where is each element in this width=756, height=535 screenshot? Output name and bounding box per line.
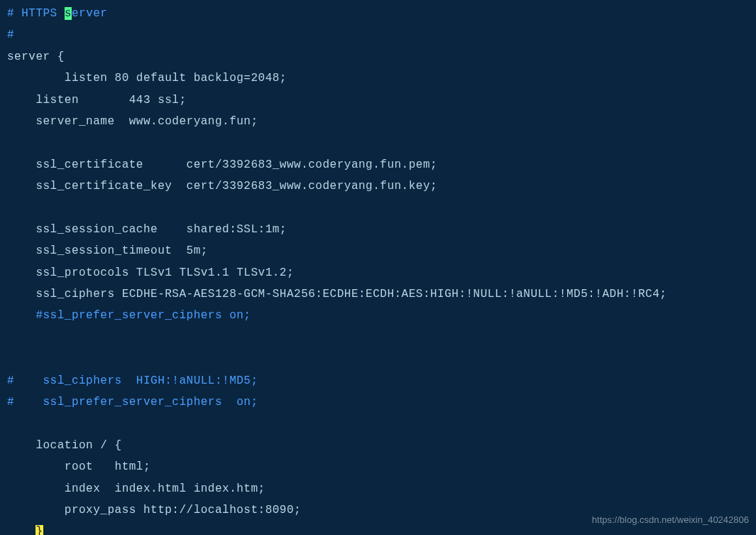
comment-line: # ssl_prefer_server_ciphers on; <box>7 396 258 409</box>
code-line: ssl_certificate_key cert/3392683_www.cod… <box>7 180 437 193</box>
code-line <box>7 525 35 535</box>
code-line <box>7 309 35 322</box>
code-line: proxy_pass http://localhost:8090; <box>7 504 301 517</box>
cursor-position: s <box>65 7 72 20</box>
comment-line: # ssl_ciphers HIGH:!aNULL:!MD5; <box>7 374 258 387</box>
code-line: ssl_session_cache shared:SSL:1m; <box>7 223 287 236</box>
comment-line: # <box>7 28 14 41</box>
comment-line: #ssl_prefer_server_ciphers on; <box>35 309 251 322</box>
code-editor[interactable]: # HTTPS server # server { listen 80 defa… <box>7 3 749 535</box>
code-line: server { <box>7 50 65 63</box>
code-line: listen 443 ssl; <box>7 94 187 107</box>
watermark-text: https://blog.csdn.net/weixin_40242806 <box>592 512 749 529</box>
comment-line: # HTTPS <box>7 7 65 20</box>
code-line: ssl_ciphers ECDHE-RSA-AES128-GCM-SHA256:… <box>7 288 667 301</box>
code-line: listen 80 default backlog=2048; <box>7 72 287 85</box>
code-line: ssl_protocols TLSv1 TLSv1.1 TLSv1.2; <box>7 266 294 279</box>
code-line: ssl_session_timeout 5m; <box>7 244 208 257</box>
code-line: server_name www.coderyang.fun; <box>7 115 258 128</box>
matching-brace: } <box>35 525 43 535</box>
code-line: index index.html index.htm; <box>7 482 265 495</box>
code-line: root html; <box>7 460 150 473</box>
comment-line: erver <box>72 7 108 20</box>
code-line: location / { <box>7 439 122 452</box>
code-line: ssl_certificate cert/3392683_www.coderya… <box>7 158 437 171</box>
